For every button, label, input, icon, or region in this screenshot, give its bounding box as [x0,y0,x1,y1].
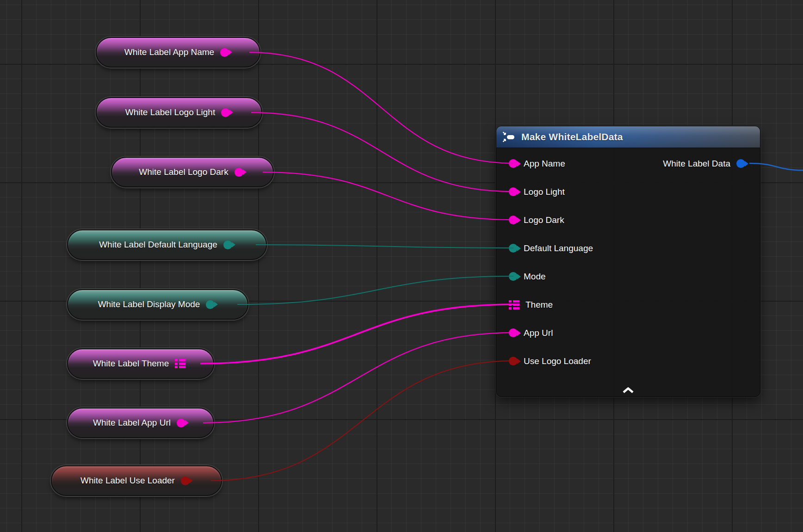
node-make-whitelabeldata[interactable]: Make WhiteLabelData App NameLogo LightLo… [496,126,760,397]
output-pin-white-label-theme[interactable] [175,359,185,368]
node-label: White Label Logo Dark [139,167,228,177]
input-pin-label: Use Logo Loader [524,356,591,366]
input-row-logo-dark: Logo Dark [496,206,760,234]
node-get-white-label-app-name[interactable]: White Label App Name [96,37,260,68]
output-pin-white-label-app-url[interactable] [177,419,185,427]
input-pin-label: App Url [524,328,553,338]
node-get-white-label-theme[interactable]: White Label Theme [67,348,214,379]
input-pin-label: Theme [525,300,553,310]
output-pin-white-label-logo-light[interactable] [221,108,230,117]
node-label: White Label App Name [124,47,214,57]
output-pin-white-label-display-mode[interactable] [206,300,215,309]
node-get-white-label-use-loader[interactable]: White Label Use Loader [51,465,222,496]
node-title: Make WhiteLabelData [521,131,623,142]
input-pin-label: Default Language [524,243,593,254]
node-label: White Label Theme [93,359,169,369]
node-get-white-label-display-mode[interactable]: White Label Display Mode [67,289,248,320]
node-label: White Label Default Language [99,240,217,250]
output-pin-label: White Label Data [663,159,730,169]
chevron-up-icon [622,387,635,394]
input-row-theme: Theme [496,291,760,319]
wire-mode[interactable] [237,276,513,304]
output-pin-white-label-data[interactable] [736,159,745,168]
node-get-white-label-logo-light[interactable]: White Label Logo Light [96,97,262,128]
input-row-default-language: Default Language [496,234,760,262]
node-label: White Label Logo Light [125,107,215,118]
output-pin-white-label-use-loader[interactable] [181,476,190,485]
node-get-white-label-app-url[interactable]: White Label App Url [67,408,214,438]
input-row-app-url: App Url [496,319,760,347]
wire-app-url[interactable] [203,333,513,423]
blueprint-graph-canvas[interactable]: White Label App NameWhite Label Logo Lig… [0,0,803,532]
node-label: White Label Display Mode [98,299,200,309]
node-label: White Label App Url [93,418,171,428]
input-row-mode: Mode [496,262,760,291]
input-pin-label: Mode [524,272,546,282]
wire-use-logo-loader[interactable] [211,361,513,481]
node-header[interactable]: Make WhiteLabelData [496,126,760,148]
input-pin-label: Logo Dark [524,215,564,225]
node-get-white-label-logo-dark[interactable]: White Label Logo Dark [111,157,274,187]
node-get-white-label-default-language[interactable]: White Label Default Language [67,229,267,260]
make-struct-icon [502,131,516,142]
wire-theme[interactable] [200,304,513,364]
output-pin-white-label-logo-dark[interactable] [235,168,243,177]
wire-app-name[interactable] [249,52,513,163]
output-pin-white-label-default-language[interactable] [223,241,232,249]
wire-logo-light[interactable] [251,112,513,192]
collapse-node-button[interactable] [496,387,760,394]
input-pin-label: Logo Light [524,187,565,197]
input-pin-label: App Name [524,159,565,169]
wire-logo-dark[interactable] [263,172,513,220]
wire-default-language[interactable] [256,245,513,248]
output-pin-white-label-app-name[interactable] [220,48,229,57]
input-row-logo-light: Logo Light [496,178,760,206]
node-label: White Label Use Loader [80,476,175,486]
input-row-use-logo-loader: Use Logo Loader [496,347,760,375]
